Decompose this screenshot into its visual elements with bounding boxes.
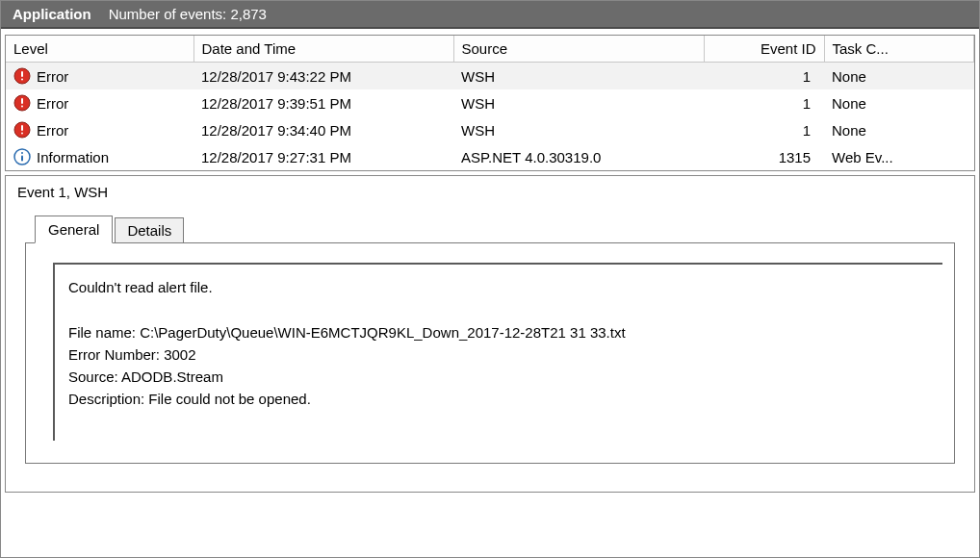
svg-rect-7: [21, 125, 23, 131]
cell-eventid: 1: [704, 116, 824, 143]
msg-line: Couldn't read alert file.: [68, 276, 929, 298]
col-header-task[interactable]: Task C...: [824, 36, 974, 63]
table-row[interactable]: Information12/28/2017 9:27:31 PMASP.NET …: [6, 143, 974, 170]
event-grid-wrap: Level Date and Time Source Event ID Task…: [5, 35, 975, 171]
msg-line: Error Number: 3002: [68, 343, 929, 366]
table-row[interactable]: Error12/28/2017 9:43:22 PMWSH1None: [6, 63, 974, 90]
tab-strip: General Details: [6, 214, 974, 242]
col-header-eventid[interactable]: Event ID: [704, 36, 824, 63]
msg-line: [68, 298, 929, 320]
tab-general[interactable]: General: [35, 216, 113, 243]
cell-datetime: 12/28/2017 9:34:40 PM: [193, 116, 453, 143]
cell-task: Web Ev...: [824, 143, 974, 170]
col-header-source[interactable]: Source: [453, 36, 704, 63]
level-text: Error: [37, 68, 68, 85]
svg-rect-8: [21, 133, 23, 135]
cell-datetime: 12/28/2017 9:39:51 PM: [193, 89, 453, 116]
details-pane: Event 1, WSH General Details Couldn't re…: [5, 175, 975, 493]
event-count-label: Number of events: 2,873: [109, 6, 267, 22]
level-text: Error: [37, 122, 68, 139]
cell-source: ASP.NET 4.0.30319.0: [453, 143, 704, 170]
cell-datetime: 12/28/2017 9:43:22 PM: [193, 63, 453, 90]
msg-line: Source: ADODB.Stream: [68, 366, 929, 388]
tab-body: Couldn't read alert file. File name: C:\…: [25, 242, 955, 464]
msg-line: File name: C:\PagerDuty\Queue\WIN-E6MCTJ…: [68, 321, 929, 343]
cell-task: None: [824, 89, 974, 116]
table-row[interactable]: Error12/28/2017 9:39:51 PMWSH1None: [6, 89, 974, 116]
details-header: Event 1, WSH: [6, 176, 974, 214]
cell-eventid: 1: [704, 63, 824, 90]
cell-eventid: 1315: [704, 143, 824, 170]
svg-rect-11: [21, 156, 23, 162]
level-text: Information: [37, 149, 109, 165]
info-icon: [13, 148, 31, 165]
tab-details[interactable]: Details: [115, 217, 184, 243]
error-icon: [13, 67, 31, 85]
column-header-row: Level Date and Time Source Event ID Task…: [6, 36, 974, 63]
col-header-level[interactable]: Level: [6, 36, 193, 63]
app-name: Application: [13, 6, 91, 22]
cell-source: WSH: [453, 89, 704, 116]
svg-rect-10: [21, 152, 23, 154]
event-grid[interactable]: Level Date and Time Source Event ID Task…: [6, 36, 974, 170]
cell-level: Error: [6, 89, 193, 116]
cell-source: WSH: [453, 116, 704, 143]
error-icon: [13, 94, 31, 112]
level-text: Error: [37, 95, 68, 112]
cell-task: None: [824, 63, 974, 90]
svg-rect-1: [21, 71, 23, 77]
cell-level: Error: [6, 63, 193, 90]
cell-level: Error: [6, 116, 193, 143]
svg-rect-5: [21, 106, 23, 108]
msg-line: Description: File could not be opened.: [68, 388, 929, 410]
cell-task: None: [824, 116, 974, 143]
error-icon: [13, 121, 31, 139]
svg-rect-2: [21, 79, 23, 81]
cell-eventid: 1: [704, 89, 824, 116]
col-header-datetime[interactable]: Date and Time: [193, 36, 453, 63]
cell-level: Information: [6, 143, 193, 170]
titlebar: Application Number of events: 2,873: [1, 1, 979, 29]
svg-rect-4: [21, 98, 23, 104]
cell-datetime: 12/28/2017 9:27:31 PM: [193, 143, 453, 170]
table-row[interactable]: Error12/28/2017 9:34:40 PMWSH1None: [6, 116, 974, 143]
event-message: Couldn't read alert file. File name: C:\…: [53, 263, 942, 441]
cell-source: WSH: [453, 63, 704, 90]
